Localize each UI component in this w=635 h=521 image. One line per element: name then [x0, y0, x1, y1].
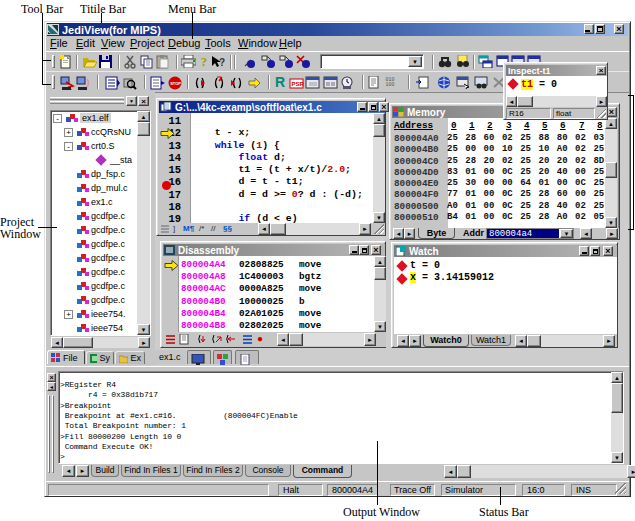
- svg-text:STOP: STOP: [170, 80, 181, 85]
- svg-text:PSR: PSR: [291, 81, 304, 87]
- svg-text:?: ?: [219, 57, 225, 68]
